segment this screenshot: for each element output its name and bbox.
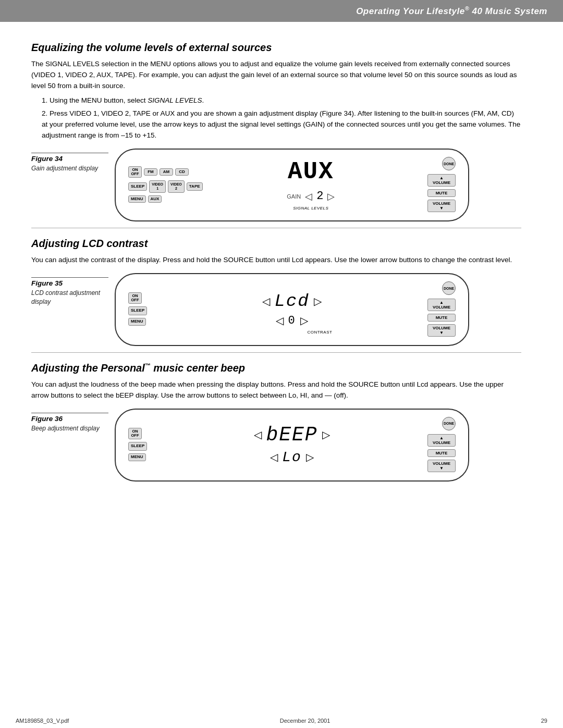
device-35: ONOFF SLEEP MENU ◁ Lcd [115, 273, 469, 346]
right-button-group-34: DONE ▲VOLUME MUTE VOLUME▼ [419, 157, 456, 212]
aux-btn[interactable]: AUX [148, 195, 162, 203]
figure-35-row: Figure 35 LCD contrast adjustment displa… [31, 273, 521, 346]
vol-down-btn-36[interactable]: VOLUME▼ [427, 460, 456, 472]
page-header: Operating Your Lifestyle® 40 Music Syste… [0, 0, 563, 22]
header-trademark: ® [465, 5, 470, 11]
menu-btn[interactable]: MENU [128, 195, 146, 203]
page-footer: AM189858_03_V.pdf December 20, 2001 29 [0, 713, 563, 728]
gain-value: 2 [316, 190, 323, 203]
contrast-label: CONTRAST [307, 330, 332, 335]
device-34: ONOFF FM AM CD SLEEP VIDEO1 VIDEO2 TAPE [115, 149, 469, 221]
figure-36-label: Figure 36 Beep adjustment display [31, 409, 115, 433]
left-button-group-35: ONOFF SLEEP MENU [128, 292, 165, 326]
vol-up-btn-34[interactable]: ▲VOLUME [427, 174, 456, 187]
figure-36-number: Figure 36 [31, 413, 108, 423]
contrast-value: 0 [288, 314, 296, 327]
figure-34-image: ONOFF FM AM CD SLEEP VIDEO1 VIDEO2 TAPE [115, 149, 521, 221]
arrow-left-contrast: ◁ [276, 314, 284, 327]
mute-btn-35[interactable]: MUTE [427, 314, 456, 322]
gain-label-text: GAIN [287, 193, 301, 200]
right-button-group-36: DONE ▲VOLUME MUTE VOLUME▼ [419, 417, 456, 472]
mute-btn-36[interactable]: MUTE [427, 449, 456, 457]
figure-35-label: Figure 35 LCD contrast adjustment displa… [31, 273, 115, 306]
mid-btn-row: SLEEP VIDEO1 VIDEO2 TAPE [128, 180, 203, 192]
section-beep-title: Adjusting the Personal™ music center bee… [31, 362, 521, 374]
mute-btn-34[interactable]: MUTE [427, 189, 456, 197]
tape-btn[interactable]: TAPE [187, 182, 203, 191]
figure-35-number: Figure 35 [31, 277, 108, 287]
sleep-btn[interactable]: SLEEP [128, 182, 147, 191]
done-btn-36[interactable]: DONE [442, 417, 456, 430]
center-display-35: ◁ Lcd ▷ ◁ 0 ▷ CONTRAST [170, 283, 414, 335]
beep-text: bEEP [266, 424, 317, 446]
sleep-btn-36[interactable]: SLEEP [128, 442, 147, 451]
arrow-left-gain: ◁ [305, 191, 312, 202]
right-button-group-35: DONE ▲VOLUME MUTE VOLUME▼ [419, 281, 456, 337]
list-item-1: 1. Using the MENU button, select SIGNAL … [42, 95, 521, 106]
right-stack: DONE ▲VOLUME MUTE VOLUME▼ [427, 157, 456, 212]
mid-btn-row-36: SLEEP [128, 442, 165, 451]
top-btn-row-35: ONOFF [128, 292, 165, 304]
arrow-right-gain: ▷ [327, 191, 335, 202]
on-off-btn[interactable]: ONOFF [128, 166, 142, 178]
on-off-btn-36[interactable]: ONOFF [128, 428, 142, 440]
figure-34-row: Figure 34 Gain adjustment display ONOFF … [31, 149, 521, 221]
arrow-right-contrast: ▷ [300, 314, 308, 327]
arrow-left-beep: ◁ [254, 428, 262, 441]
menu-btn-35[interactable]: MENU [128, 318, 146, 326]
figure-36-image: ONOFF SLEEP MENU ◁ bEEP [115, 409, 521, 482]
on-off-btn-35[interactable]: ONOFF [128, 292, 142, 304]
top-btn-row-36: ONOFF [128, 428, 165, 440]
lcd-row: ◁ Lcd ▷ [262, 291, 321, 311]
figure-34-label: Figure 34 Gain adjustment display [31, 149, 115, 173]
lo-row: ◁ Lo ▷ [270, 449, 314, 465]
vol-up-btn-35[interactable]: ▲VOLUME [427, 299, 456, 311]
sleep-btn-35[interactable]: SLEEP [128, 306, 147, 315]
header-title: Operating Your Lifestyle® 40 Music Syste… [356, 6, 547, 16]
left-button-group-34: ONOFF FM AM CD SLEEP VIDEO1 VIDEO2 TAPE [128, 166, 203, 203]
arrow-right-lo: ▷ [306, 451, 314, 463]
footer-center: December 20, 2001 [280, 718, 331, 724]
arrow-right-beep: ▷ [322, 428, 330, 441]
main-content: Equalizing the volume levels of external… [0, 22, 563, 497]
header-model: 40 Music System [469, 6, 547, 16]
menu-btn-36[interactable]: MENU [128, 453, 146, 461]
arrow-left-lo: ◁ [270, 451, 278, 463]
beep-row: ◁ bEEP ▷ [254, 424, 329, 446]
center-display-34: AUX GAIN ◁ 2 ▷ SIGNAL LEVELS [208, 158, 414, 211]
footer-right: 29 [541, 718, 547, 724]
done-btn-35[interactable]: DONE [442, 281, 456, 295]
am-btn[interactable]: AM [160, 168, 173, 176]
top-btn-row: ONOFF FM AM CD [128, 166, 203, 178]
section-beep-body: You can adjust the loudness of the beep … [31, 379, 521, 401]
contrast-row: ◁ 0 ▷ CONTRAST [276, 314, 308, 327]
vol-up-btn-36[interactable]: ▲VOLUME [427, 434, 456, 447]
fm-btn[interactable]: FM [144, 168, 157, 176]
section-equalize-body: The SIGNAL LEVELS selection in the MENU … [31, 59, 521, 92]
figure-34-number: Figure 34 [31, 153, 108, 163]
lo-text: Lo [282, 449, 302, 465]
section-equalize-title: Equalizing the volume levels of external… [31, 42, 521, 54]
header-title-text: Operating Your Lifestyle [356, 6, 465, 16]
footer-left: AM189858_03_V.pdf [16, 718, 69, 724]
figure-35-caption: LCD contrast adjustment display [31, 289, 108, 306]
arrow-left-lcd: ◁ [262, 295, 270, 307]
section-contrast-body: You can adjust the contrast of the displ… [31, 255, 521, 266]
bot-btn-row: MENU AUX [128, 195, 203, 203]
video2-btn[interactable]: VIDEO2 [168, 180, 185, 192]
signal-levels-label: SIGNAL LEVELS [293, 206, 328, 211]
figure-36-caption: Beep adjustment display [31, 424, 108, 433]
cd-btn[interactable]: CD [175, 168, 189, 176]
done-btn-34[interactable]: DONE [442, 157, 456, 170]
section-contrast-title: Adjusting LCD contrast [31, 238, 521, 250]
vol-down-btn-35[interactable]: VOLUME▼ [427, 324, 456, 337]
lcd-text: Lcd [274, 291, 309, 311]
mid-btn-row-35: SLEEP [128, 306, 165, 315]
vol-down-btn-34[interactable]: VOLUME▼ [427, 200, 456, 212]
video1-btn[interactable]: VIDEO1 [149, 180, 166, 192]
figure-36-row: Figure 36 Beep adjustment display ONOFF … [31, 409, 521, 482]
bot-btn-row-35: MENU [128, 318, 165, 326]
center-display-36: ◁ bEEP ▷ ◁ Lo ▷ [170, 418, 414, 471]
display-main-text-34: AUX [288, 158, 334, 186]
figure-34-caption: Gain adjustment display [31, 164, 108, 173]
